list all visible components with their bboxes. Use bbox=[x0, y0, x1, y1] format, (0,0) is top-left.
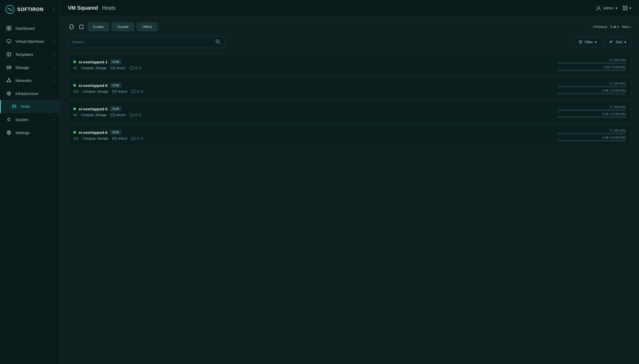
svg-rect-55 bbox=[111, 114, 115, 116]
host-meta: #13 Compute, Storage default bbox=[73, 90, 558, 93]
dashboard-icon bbox=[6, 25, 12, 31]
host-tags-label: Compute, Storage bbox=[83, 90, 108, 93]
cluster-icon bbox=[111, 67, 115, 70]
admin-user-button[interactable]: admin ▾ bbox=[596, 5, 617, 11]
next-label: Next bbox=[622, 25, 629, 29]
sidebar-item-dashboard[interactable]: Dashboard bbox=[0, 22, 60, 35]
svg-point-29 bbox=[13, 105, 13, 106]
host-info: si-overlapped-6 KVM #10 Compute, Storage… bbox=[73, 130, 558, 140]
host-stats: 0 / 200 (0%) 0 KB / 14 GB (0%) bbox=[558, 129, 626, 141]
svg-point-15 bbox=[8, 78, 9, 79]
host-card[interactable]: si-overlapped-9 KVM #13 Compute, Storage… bbox=[68, 77, 631, 99]
host-meta: #10 Compute, Storage default bbox=[73, 137, 558, 140]
cluster-icon bbox=[112, 137, 116, 140]
cpu-stat-label: 0 / 200 (0%) bbox=[610, 129, 626, 132]
sort-button[interactable]: Sort ▾ bbox=[604, 37, 631, 47]
svg-point-16 bbox=[7, 81, 8, 82]
host-status-dot bbox=[73, 131, 76, 134]
toolbar-right: ‹ Previous 1 of 1 Next › bbox=[592, 25, 631, 29]
sidebar-item-vms-label: Virtual Machines bbox=[15, 39, 44, 44]
filter-button[interactable]: Filter ▾ bbox=[573, 37, 602, 47]
sidebar-item-infrastructure[interactable]: Infrastructure ˅ bbox=[0, 87, 60, 100]
refresh-icon bbox=[69, 24, 74, 29]
mem-stat-row: 0 KB / 14 GB (0%) bbox=[558, 112, 626, 118]
host-vms-label: 0 / 0 bbox=[135, 66, 141, 70]
svg-line-41 bbox=[219, 43, 220, 44]
next-page-button[interactable]: Next › bbox=[622, 25, 631, 29]
svg-rect-53 bbox=[132, 90, 135, 93]
sort-label: Sort bbox=[616, 40, 622, 44]
mem-stat-label: 0 KB / 6 GB (0%) bbox=[604, 65, 626, 69]
refresh-button[interactable] bbox=[68, 23, 75, 31]
svg-rect-3 bbox=[7, 28, 9, 30]
host-card[interactable]: si-overlapped-5 KVM #8 Compute, Storage … bbox=[68, 101, 631, 122]
mem-stat-row: 0 KB / 14 GB (0%) bbox=[558, 136, 626, 141]
infrastructure-icon bbox=[6, 91, 12, 96]
svg-line-19 bbox=[9, 79, 10, 81]
mem-bar-bg bbox=[558, 116, 626, 118]
svg-rect-35 bbox=[623, 6, 625, 8]
host-type-badge: KVM bbox=[110, 130, 121, 135]
templates-icon bbox=[6, 51, 12, 57]
host-vms-group: 0 / 0 bbox=[130, 113, 141, 117]
softiron-logo-icon bbox=[5, 5, 15, 14]
infrastructure-expand-icon: ˅ bbox=[53, 92, 55, 95]
grid-view-button[interactable]: ▾ bbox=[623, 5, 631, 11]
svg-point-40 bbox=[216, 40, 219, 43]
filter-sort-group: Filter ▾ Sort ▾ bbox=[573, 37, 631, 47]
sidebar-item-templates[interactable]: Templates › bbox=[0, 48, 60, 61]
host-card[interactable]: si-overlapped-6 KVM #10 Compute, Storage… bbox=[68, 124, 631, 146]
filter-label: Filter bbox=[585, 40, 593, 44]
svg-point-52 bbox=[115, 91, 116, 91]
host-vms-group: 0 / 0 bbox=[131, 137, 143, 140]
settings-icon bbox=[6, 130, 12, 135]
svg-rect-36 bbox=[626, 6, 627, 8]
svg-line-18 bbox=[7, 79, 9, 81]
sidebar-item-dashboard-label: Dashboard bbox=[15, 26, 34, 31]
sidebar-collapse-button[interactable]: ‹ bbox=[53, 7, 55, 12]
host-card[interactable]: si-overlapped-1 KVM #0 Compute, Storage … bbox=[68, 54, 631, 75]
app-name-topbar: VM Squared bbox=[68, 5, 98, 11]
topbar: VM Squared Hosts admin ▾ ▾ bbox=[60, 0, 639, 16]
prev-page-button[interactable]: ‹ Previous bbox=[592, 25, 607, 29]
host-info: si-overlapped-5 KVM #8 Compute, Storage … bbox=[73, 106, 558, 117]
pagination: ‹ Previous 1 of 1 Next › bbox=[592, 25, 631, 29]
host-cluster-group: default bbox=[112, 137, 127, 140]
search-input[interactable] bbox=[72, 40, 213, 44]
offline-button[interactable]: Offline bbox=[137, 22, 157, 31]
host-id-label: #13 bbox=[73, 90, 79, 93]
cpu-stat-row: 0 / 200 (0%) bbox=[558, 105, 626, 111]
storage-icon bbox=[6, 64, 12, 70]
sort-arrow-icon: ▾ bbox=[624, 40, 626, 44]
host-name-label: si-overlapped-1 bbox=[79, 60, 108, 64]
disable-button[interactable]: Disable bbox=[112, 22, 134, 31]
host-stats: 0 / 200 (0%) 0 KB / 14 GB (0%) bbox=[558, 105, 626, 118]
sidebar-item-templates-label: Templates bbox=[15, 52, 33, 57]
sidebar-item-system-label: System bbox=[15, 117, 28, 122]
system-expand-icon: › bbox=[54, 118, 55, 121]
search-icon bbox=[215, 39, 220, 45]
cpu-bar-bg bbox=[558, 62, 626, 64]
sidebar-item-storage[interactable]: Storage › bbox=[0, 61, 60, 74]
networks-icon bbox=[6, 77, 12, 83]
host-list: si-overlapped-1 KVM #0 Compute, Storage … bbox=[68, 54, 631, 146]
host-type-badge: KVM bbox=[110, 59, 121, 64]
sidebar-item-system[interactable]: System › bbox=[0, 113, 60, 126]
cpu-stat-row: 0 / 200 (0%) bbox=[558, 58, 626, 64]
sidebar-item-hosts[interactable]: Hosts bbox=[0, 100, 60, 113]
svg-rect-27 bbox=[12, 105, 16, 108]
svg-point-47 bbox=[114, 67, 114, 68]
cpu-bar-bg bbox=[558, 86, 626, 87]
sidebar-item-virtual-machines[interactable]: Virtual Machines › bbox=[0, 35, 60, 48]
filter-icon bbox=[578, 40, 583, 44]
sidebar-nav: Dashboard Virtual Machines › bbox=[0, 19, 60, 364]
sidebar-item-settings[interactable]: Settings bbox=[0, 126, 60, 139]
cpu-bar-bg bbox=[558, 109, 626, 111]
cluster-icon bbox=[111, 114, 115, 117]
svg-rect-38 bbox=[626, 9, 627, 10]
sort-icon bbox=[609, 40, 613, 44]
enable-button[interactable]: Enable bbox=[88, 22, 109, 31]
select-all-button[interactable] bbox=[78, 23, 85, 31]
sidebar-item-networks[interactable]: Networks › bbox=[0, 74, 60, 87]
svg-rect-5 bbox=[7, 40, 11, 42]
